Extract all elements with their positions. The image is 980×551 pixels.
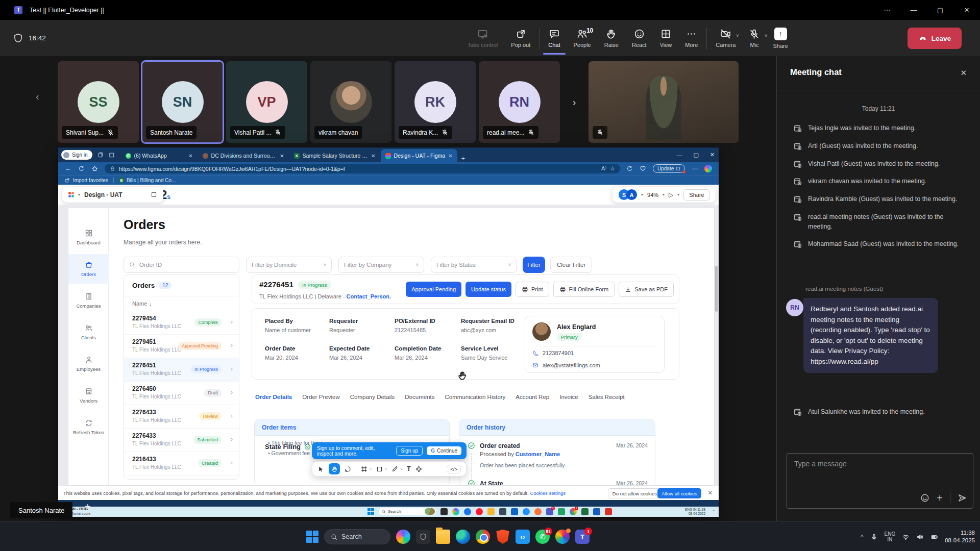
- taskbar-search-box[interactable]: Search: [324, 529, 390, 544]
- mini-taskbar-app-icon[interactable]: [452, 508, 459, 515]
- battery-icon[interactable]: [930, 533, 938, 541]
- participant-tile[interactable]: RK Ravindra K...: [395, 61, 476, 143]
- edge-icon[interactable]: [456, 530, 470, 544]
- tray-caret-icon[interactable]: ^: [861, 534, 863, 540]
- volume-icon[interactable]: [916, 533, 924, 541]
- detail-tab[interactable]: Account Rep: [510, 391, 554, 403]
- mini-taskbar-app-icon[interactable]: [476, 508, 483, 515]
- window-maximize-button[interactable]: ▢: [927, 0, 953, 20]
- mini-taskbar-app-icon[interactable]: [511, 508, 518, 515]
- mini-taskbar-app-icon[interactable]: [499, 508, 506, 515]
- text-tool-icon[interactable]: T: [407, 466, 410, 472]
- mini-taskbar-app-icon[interactable]: [581, 508, 589, 515]
- import-favorites-link[interactable]: Import favorites: [73, 178, 108, 183]
- figma-file-pill[interactable]: ▾ Design - UAT: [62, 187, 163, 203]
- cookie-close-icon[interactable]: ✕: [708, 490, 713, 496]
- chat-message-input[interactable]: Type a message +: [787, 453, 973, 509]
- mini-taskbar-app-icon[interactable]: [593, 508, 600, 515]
- language-indicator[interactable]: ENGIN: [885, 531, 896, 543]
- save-as-pdf-button[interactable]: Save as PDF: [619, 282, 674, 297]
- view-button[interactable]: View: [653, 20, 679, 56]
- pop-out-button[interactable]: Pop out: [504, 20, 537, 56]
- tiles-scroll-left-chevron[interactable]: ‹: [36, 91, 39, 103]
- browser-menu-dots-icon[interactable]: ⋯: [692, 165, 698, 172]
- home-icon[interactable]: [91, 165, 98, 172]
- participant-tile[interactable]: SS Shivani Sup...: [58, 61, 139, 143]
- filter-dropdown[interactable]: Filter by Company˅: [338, 257, 424, 273]
- shape-tool-icon[interactable]: [376, 466, 383, 472]
- filter-button[interactable]: Filter: [523, 257, 545, 273]
- window-more-button[interactable]: ⋯: [874, 0, 900, 20]
- move-tool-icon[interactable]: [317, 466, 324, 472]
- zoom-chevron[interactable]: ▾: [663, 192, 665, 197]
- vscode-icon[interactable]: ‹›: [516, 530, 530, 544]
- back-icon[interactable]: ←: [65, 165, 71, 172]
- window-close-button[interactable]: ✕: [953, 0, 980, 20]
- browser-tab[interactable]: Design - UAT - Figma ✕: [381, 149, 457, 162]
- print-button[interactable]: Print: [516, 282, 549, 297]
- tray-mic-icon[interactable]: [870, 533, 878, 541]
- browser-update-button[interactable]: Update: [653, 164, 685, 173]
- order-row[interactable]: 2276433 TL Flex Holdings LLC Submitted ›: [124, 429, 239, 452]
- mini-taskbar-app-icon[interactable]: [440, 508, 448, 515]
- share-button[interactable]: ↑ Share: [766, 20, 794, 56]
- participant-tile[interactable]: VP Vishal Patil ...: [226, 61, 307, 143]
- mini-taskbar-app-icon[interactable]: [534, 508, 542, 515]
- filter-dropdown[interactable]: Filter by Domicile˅: [246, 257, 332, 273]
- browser-tab[interactable]: ✆ (6) WhatsApp ✕: [121, 149, 198, 162]
- window-minimize-button[interactable]: —: [900, 0, 927, 20]
- chat-close-icon[interactable]: ✕: [960, 68, 967, 78]
- mini-taskbar-app-icon[interactable]: [558, 508, 565, 515]
- read-aloud-icon[interactable]: A⁾: [601, 165, 606, 172]
- collaborators-chevron[interactable]: ▾: [641, 192, 643, 197]
- sidebar-item[interactable]: Orders: [68, 254, 109, 284]
- sidebar-item[interactable]: Vendors: [68, 381, 109, 410]
- mini-taskbar-app-icon[interactable]: 1: [570, 508, 577, 515]
- app-icon-colorful[interactable]: [555, 530, 570, 544]
- camera-button[interactable]: ˅ Camera: [709, 20, 742, 56]
- teams-taskbar-icon[interactable]: T1: [575, 530, 590, 544]
- update-status-button[interactable]: Update status: [465, 282, 511, 297]
- present-chevron[interactable]: ▾: [677, 192, 679, 197]
- signup-button[interactable]: Sign up: [396, 446, 423, 456]
- brave-icon[interactable]: [496, 530, 510, 544]
- comment-tool-icon[interactable]: [345, 466, 351, 472]
- wifi-icon[interactable]: [902, 533, 910, 541]
- detail-tab[interactable]: Documents: [400, 391, 439, 403]
- sidebar-item[interactable]: Companies: [68, 286, 109, 315]
- approval-pending-button[interactable]: Approval Pending: [406, 282, 461, 297]
- detail-tab[interactable]: Company Details: [345, 391, 400, 403]
- raise-hand-button[interactable]: Raise: [598, 20, 625, 56]
- order-row[interactable]: 2279451 TL Flex Holdings LLC Approval Pe…: [124, 335, 239, 358]
- allow-cookies-button[interactable]: Allow all cookies: [657, 488, 701, 498]
- participant-tile[interactable]: RN read.ai mee...: [479, 61, 560, 143]
- panel-toggle-icon[interactable]: [151, 191, 157, 198]
- browser-tab[interactable]: X Sample Salary Structure with calc ✕: [289, 149, 380, 162]
- copilot-icon[interactable]: [704, 165, 712, 172]
- url-field[interactable]: https://www.figma.com/design/9BKQ0FOHRWa…: [105, 164, 620, 173]
- taskbar-clock[interactable]: 11:3808-04-2025: [945, 529, 975, 544]
- send-icon[interactable]: [958, 493, 967, 503]
- camera-options-chevron[interactable]: ˅: [736, 33, 739, 38]
- mini-taskbar-app-icon[interactable]: [523, 508, 530, 515]
- order-row[interactable]: 2276451 TL Flex Holdings LLC In Progress…: [124, 358, 239, 382]
- app-icon-dark[interactable]: [416, 530, 430, 544]
- browser-minimize-button[interactable]: —: [676, 152, 682, 158]
- detail-tab[interactable]: Invoice: [554, 391, 583, 403]
- mini-tray-caret[interactable]: ^: [713, 509, 715, 513]
- favorite-star-icon[interactable]: ☆: [610, 165, 615, 172]
- order-row[interactable]: 2216433 TL Flex Holdings LLC Created ›: [124, 452, 239, 475]
- attach-plus-icon[interactable]: +: [937, 493, 943, 503]
- google-continue-button[interactable]: G Continue: [427, 446, 461, 455]
- browser-tab[interactable]: DC Divisions and Surroundings ✕: [198, 149, 289, 162]
- participant-tile-video[interactable]: [589, 61, 739, 143]
- mini-taskbar-app-icon[interactable]: [605, 508, 612, 515]
- people-button[interactable]: 10 People: [567, 20, 597, 56]
- sidebar-item[interactable]: Clients: [68, 317, 109, 347]
- order-row[interactable]: 2279454 TL Flex Holdings LLC Complete ›: [124, 311, 239, 335]
- fill-online-form-button[interactable]: Fill Online Form: [553, 282, 615, 297]
- detail-tab[interactable]: Sales Receipt: [583, 391, 630, 403]
- file-explorer-icon[interactable]: [436, 530, 450, 544]
- more-button[interactable]: More: [678, 20, 704, 56]
- react-button[interactable]: React: [625, 20, 653, 56]
